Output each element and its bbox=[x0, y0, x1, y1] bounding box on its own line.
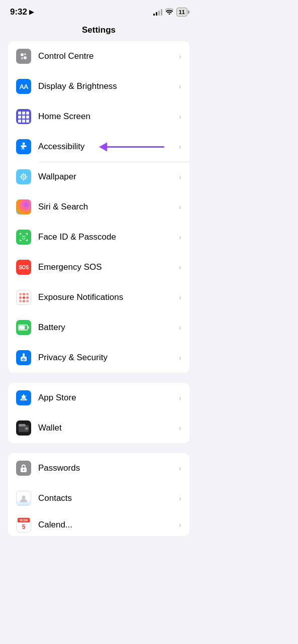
svg-point-8 bbox=[25, 174, 26, 175]
svg-rect-17 bbox=[20, 239, 21, 241]
svg-rect-27 bbox=[19, 424, 26, 426]
privacy-security-icon bbox=[16, 350, 31, 365]
chevron-icon: › bbox=[179, 82, 181, 90]
svg-point-0 bbox=[21, 53, 24, 56]
status-bar: 9:32 ▶ 11 bbox=[0, 0, 197, 21]
status-time: 9:32 ▶ bbox=[10, 7, 34, 17]
siri-search-label: Siri & Search bbox=[38, 202, 179, 212]
face-id-icon bbox=[16, 230, 31, 245]
settings-item-calendar[interactable]: MON 5 Calend... › bbox=[8, 513, 189, 536]
control-centre-icon bbox=[16, 49, 31, 64]
settings-group-2: App Store › Wallet › bbox=[8, 383, 189, 443]
svg-rect-15 bbox=[20, 233, 21, 235]
settings-item-home-screen[interactable]: Home Screen › bbox=[8, 101, 189, 132]
settings-group-3: Passwords › Contacts › MON 5 Calend... › bbox=[8, 453, 189, 536]
display-brightness-icon: AA bbox=[16, 79, 31, 94]
calendar-icon: MON 5 bbox=[16, 517, 31, 532]
passwords-label: Passwords bbox=[38, 463, 179, 473]
chevron-icon: › bbox=[179, 233, 181, 241]
app-store-label: App Store bbox=[38, 393, 179, 403]
contacts-label: Contacts bbox=[38, 493, 179, 503]
settings-item-accessibility[interactable]: Accessibility › bbox=[8, 132, 189, 162]
svg-rect-21 bbox=[24, 236, 24, 237]
status-icons: 11 bbox=[153, 8, 187, 17]
chevron-icon: › bbox=[179, 173, 181, 181]
svg-rect-3 bbox=[24, 53, 26, 55]
chevron-icon: › bbox=[179, 293, 181, 301]
chevron-icon: › bbox=[179, 424, 181, 432]
svg-point-29 bbox=[26, 428, 28, 430]
accessibility-label: Accessibility bbox=[38, 142, 179, 152]
face-id-label: Face ID & Passcode bbox=[38, 232, 179, 242]
chevron-icon: › bbox=[179, 324, 181, 332]
time-display: 9:32 bbox=[10, 7, 27, 17]
settings-item-wallpaper[interactable]: Wallpaper › bbox=[8, 162, 189, 192]
siri-icon bbox=[16, 199, 31, 214]
settings-item-battery[interactable]: Battery › bbox=[8, 312, 189, 343]
exposure-icon bbox=[16, 290, 31, 305]
chevron-icon: › bbox=[179, 494, 181, 502]
location-icon: ▶ bbox=[29, 9, 34, 16]
chevron-icon: › bbox=[179, 113, 181, 121]
wallet-icon bbox=[16, 420, 31, 436]
svg-point-7 bbox=[21, 174, 22, 175]
settings-item-siri-search[interactable]: Siri & Search › bbox=[8, 192, 189, 222]
svg-point-10 bbox=[25, 178, 26, 179]
emergency-sos-icon: SOS bbox=[16, 260, 31, 275]
exposure-notifications-label: Exposure Notifications bbox=[38, 292, 179, 302]
settings-item-privacy-security[interactable]: Privacy & Security › bbox=[8, 343, 189, 373]
passwords-icon bbox=[16, 461, 31, 476]
svg-point-19 bbox=[22, 236, 23, 237]
settings-item-app-store[interactable]: App Store › bbox=[8, 383, 189, 413]
settings-item-wallet[interactable]: Wallet › bbox=[8, 413, 189, 443]
chevron-icon: › bbox=[179, 521, 181, 529]
chevron-icon: › bbox=[179, 354, 181, 362]
svg-point-31 bbox=[23, 469, 25, 471]
settings-item-passwords[interactable]: Passwords › bbox=[8, 453, 189, 483]
accessibility-icon bbox=[16, 139, 31, 154]
wifi-icon bbox=[165, 8, 173, 16]
settings-item-control-centre[interactable]: Control Centre › bbox=[8, 41, 189, 71]
svg-point-9 bbox=[21, 178, 22, 179]
chevron-icon: › bbox=[179, 263, 181, 271]
chevron-icon: › bbox=[179, 464, 181, 472]
home-screen-label: Home Screen bbox=[38, 112, 179, 122]
wallet-label: Wallet bbox=[38, 423, 179, 433]
app-store-icon bbox=[16, 390, 31, 405]
svg-point-20 bbox=[25, 236, 26, 237]
chevron-icon: › bbox=[179, 52, 181, 60]
wallpaper-icon bbox=[16, 169, 31, 184]
settings-item-exposure-notifications[interactable]: Exposure Notifications › bbox=[8, 282, 189, 312]
battery-level: 11 bbox=[179, 9, 185, 15]
display-brightness-label: Display & Brightness bbox=[38, 81, 179, 91]
svg-rect-2 bbox=[21, 57, 23, 59]
svg-rect-23 bbox=[19, 326, 25, 330]
home-screen-icon bbox=[16, 109, 31, 124]
chevron-icon: › bbox=[179, 394, 181, 402]
svg-rect-18 bbox=[27, 239, 28, 241]
privacy-security-label: Privacy & Security bbox=[38, 353, 179, 363]
settings-item-display-brightness[interactable]: AA Display & Brightness › bbox=[8, 71, 189, 101]
svg-point-32 bbox=[22, 496, 26, 499]
signal-icon bbox=[153, 9, 162, 16]
battery-settings-icon bbox=[16, 320, 31, 335]
svg-rect-24 bbox=[28, 327, 29, 329]
svg-point-6 bbox=[23, 176, 25, 178]
control-centre-label: Control Centre bbox=[38, 51, 179, 61]
settings-item-face-id[interactable]: Face ID & Passcode › bbox=[8, 222, 189, 252]
battery-icon: 11 bbox=[176, 8, 187, 17]
settings-item-contacts[interactable]: Contacts › bbox=[8, 483, 189, 513]
svg-point-1 bbox=[24, 56, 27, 59]
svg-point-4 bbox=[23, 143, 25, 145]
settings-group-1: Control Centre › AA Display & Brightness… bbox=[8, 41, 189, 373]
wallpaper-label: Wallpaper bbox=[38, 172, 179, 182]
svg-rect-16 bbox=[27, 233, 28, 235]
chevron-icon: › bbox=[179, 143, 181, 151]
battery-label: Battery bbox=[38, 323, 179, 333]
emergency-sos-label: Emergency SOS bbox=[38, 262, 179, 272]
page-title: Settings bbox=[0, 21, 197, 41]
settings-item-emergency-sos[interactable]: SOS Emergency SOS › bbox=[8, 252, 189, 282]
chevron-icon: › bbox=[179, 203, 181, 211]
contacts-icon bbox=[16, 491, 31, 506]
calendar-label: Calend... bbox=[38, 520, 179, 530]
